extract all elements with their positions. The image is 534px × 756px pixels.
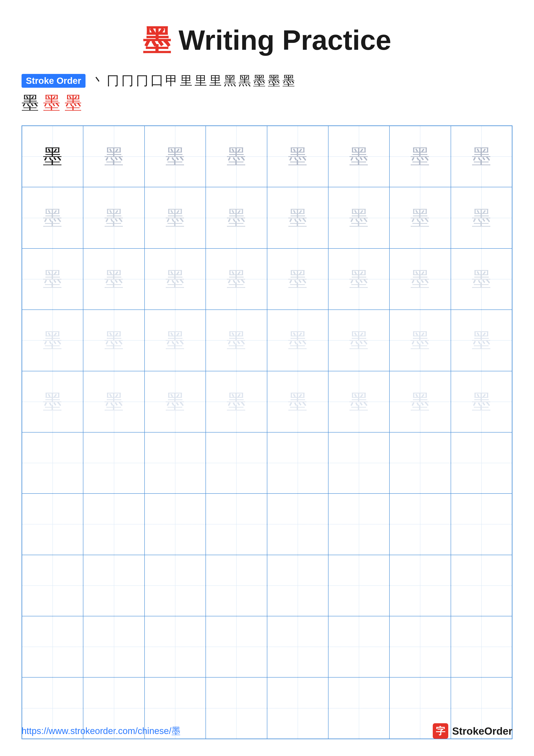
stroke-final-2: 墨 [64, 92, 82, 115]
grid-cell-r3-c1: 墨 [83, 310, 144, 371]
grid-cell-r7-c1: 墨 [83, 555, 144, 616]
cell-char: 墨 [410, 392, 430, 411]
cell-char: 墨 [104, 269, 124, 289]
cell-char: 墨 [410, 208, 430, 228]
cell-char: 墨 [410, 269, 430, 289]
grid-cell-r4-c7: 墨 [451, 371, 512, 432]
grid-cell-r4-c2: 墨 [144, 371, 206, 432]
cell-char: 墨 [43, 392, 62, 411]
grid-cell-r6-c3: 墨 [206, 494, 267, 555]
stroke-step-0: 丶 [92, 72, 105, 89]
cell-char: 墨 [472, 392, 491, 411]
footer-url[interactable]: https://www.strokeorder.com/chinese/墨 [21, 725, 181, 737]
grid-cell-r1-c1: 墨 [83, 187, 144, 248]
grid-cell-r4-c0: 墨 [22, 371, 83, 432]
cell-char: 墨 [472, 269, 491, 289]
grid-cell-r6-c5: 墨 [328, 494, 390, 555]
title-char: 墨 [143, 24, 171, 56]
cell-char: 墨 [472, 147, 491, 166]
stroke-final-1: 墨 [43, 92, 60, 115]
cell-char: 墨 [349, 147, 369, 166]
cell-char: 墨 [227, 392, 246, 411]
grid-cell-r3-c3: 墨 [206, 310, 267, 371]
stroke-step-9: 黑 [224, 72, 236, 89]
cell-char: 墨 [288, 392, 307, 411]
grid-cell-r7-c2: 墨 [144, 555, 206, 616]
cell-char: 墨 [104, 208, 124, 228]
grid-cell-r8-c4: 墨 [267, 616, 328, 677]
stroke-step-11: 墨 [253, 72, 266, 89]
grid-cell-r2-c7: 墨 [451, 249, 512, 310]
grid-cell-r2-c6: 墨 [390, 249, 451, 310]
grid-cell-r6-c7: 墨 [451, 494, 512, 555]
grid-cell-r8-c1: 墨 [83, 616, 144, 677]
grid-cell-r2-c4: 墨 [267, 249, 328, 310]
grid-cell-r4-c3: 墨 [206, 371, 267, 432]
page-title: 墨 Writing Practice [21, 21, 513, 60]
grid-cell-r2-c5: 墨 [328, 249, 390, 310]
cell-char: 墨 [227, 269, 246, 289]
grid-cell-r8-c3: 墨 [206, 616, 267, 677]
grid-cell-r7-c7: 墨 [451, 555, 512, 616]
grid-cell-r1-c6: 墨 [390, 187, 451, 248]
stroke-step-7: 里 [194, 72, 207, 89]
cell-char: 墨 [43, 147, 62, 166]
grid-cell-r6-c6: 墨 [390, 494, 451, 555]
cell-char: 墨 [349, 392, 369, 411]
grid-cell-r7-c6: 墨 [390, 555, 451, 616]
grid-cell-r1-c7: 墨 [451, 187, 512, 248]
cell-char: 墨 [104, 331, 124, 350]
stroke-step-2: 冂 [121, 72, 134, 89]
cell-char: 墨 [288, 147, 307, 166]
grid-cell-r5-c6: 墨 [390, 432, 451, 494]
cell-char: 墨 [288, 269, 307, 289]
cell-char: 墨 [165, 147, 185, 166]
grid-cell-r4-c1: 墨 [83, 371, 144, 432]
grid-cell-r0-c2: 墨 [144, 126, 206, 187]
cell-char: 墨 [349, 269, 369, 289]
grid-cell-r1-c4: 墨 [267, 187, 328, 248]
grid-cell-r6-c0: 墨 [22, 494, 83, 555]
cell-char: 墨 [227, 147, 246, 166]
grid-cell-r1-c0: 墨 [22, 187, 83, 248]
cell-char: 墨 [43, 208, 62, 228]
grid-cell-r8-c6: 墨 [390, 616, 451, 677]
stroke-step-10: 黑 [239, 72, 251, 89]
grid-cell-r1-c2: 墨 [144, 187, 206, 248]
grid-cell-r2-c0: 墨 [22, 249, 83, 310]
cell-char: 墨 [410, 331, 430, 350]
grid-cell-r8-c0: 墨 [22, 616, 83, 677]
grid-cell-r5-c2: 墨 [144, 432, 206, 494]
grid-cell-r8-c2: 墨 [144, 616, 206, 677]
grid-cell-r3-c7: 墨 [451, 310, 512, 371]
grid-cell-r5-c7: 墨 [451, 432, 512, 494]
grid-cell-r0-c1: 墨 [83, 126, 144, 187]
stroke-step-3: 冂 [136, 72, 148, 89]
cell-char: 墨 [349, 208, 369, 228]
stroke-step-6: 里 [180, 72, 192, 89]
cell-char: 墨 [288, 208, 307, 228]
stroke-step-12: 墨 [268, 72, 280, 89]
grid-cell-r5-c1: 墨 [83, 432, 144, 494]
stroke-final-0: 墨 [21, 92, 39, 115]
brand-name: StrokeOrder [452, 725, 513, 737]
footer-brand: 字 StrokeOrder [433, 723, 513, 739]
cell-char: 墨 [165, 392, 185, 411]
cell-char: 墨 [104, 392, 124, 411]
grid-cell-r7-c4: 墨 [267, 555, 328, 616]
grid-cell-r0-c5: 墨 [328, 126, 390, 187]
stroke-step-13: 墨 [282, 72, 295, 89]
grid-cell-r1-c5: 墨 [328, 187, 390, 248]
stroke-sequence: 丶冂冂冂囗甲里里里黑黑墨墨墨 [92, 72, 295, 89]
cell-char: 墨 [43, 331, 62, 350]
grid-cell-r0-c4: 墨 [267, 126, 328, 187]
grid-cell-r6-c1: 墨 [83, 494, 144, 555]
grid-cell-r8-c7: 墨 [451, 616, 512, 677]
grid-cell-r5-c0: 墨 [22, 432, 83, 494]
cell-char: 墨 [165, 331, 185, 350]
cell-char: 墨 [165, 269, 185, 289]
cell-char: 墨 [104, 147, 124, 166]
cell-char: 墨 [349, 331, 369, 350]
cell-char: 墨 [227, 208, 246, 228]
grid-cell-r3-c4: 墨 [267, 310, 328, 371]
